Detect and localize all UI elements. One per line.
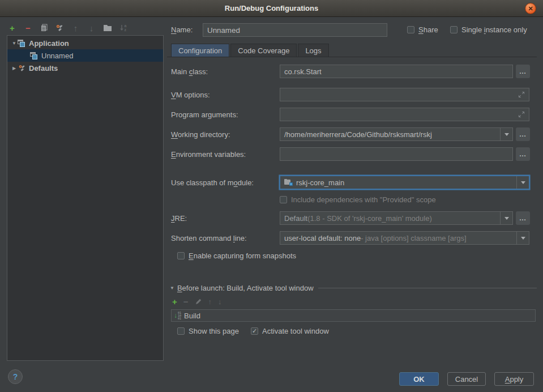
tab-logs[interactable]: Logs — [298, 44, 328, 57]
program-arguments-label: Program arguments: — [171, 110, 238, 119]
name-label: Name: — [171, 25, 193, 34]
activate-tool-window-checkbox[interactable]: ✓ Activate tool window — [251, 327, 329, 335]
main-class-field[interactable]: co.rsk.Start — [280, 65, 513, 78]
capture-snapshots-checkbox[interactable]: Enable capturing form snapshots — [177, 252, 296, 260]
tree-item-label: Defaults — [29, 64, 58, 73]
program-arguments-field[interactable] — [280, 108, 529, 121]
configurations-tree: ▼ Application Unnamed ▶ Defaults — [7, 35, 164, 361]
tab-code-coverage[interactable]: Code Coverage — [230, 44, 297, 57]
apply-button[interactable]: Apply — [494, 372, 534, 386]
checkbox-box[interactable] — [177, 252, 185, 259]
single-instance-checkbox[interactable]: Single instance only — [450, 25, 527, 34]
checkbox-box[interactable] — [177, 327, 185, 335]
name-input[interactable] — [203, 23, 387, 37]
build-icon: ↓ 011001 — [174, 312, 181, 320]
tree-collapsed-icon[interactable]: ▶ — [11, 66, 18, 71]
jre-browse-button[interactable]: ... — [516, 211, 530, 225]
share-checkbox[interactable]: Share — [407, 25, 438, 34]
copy-configuration-icon[interactable] — [39, 23, 49, 33]
share-label: Share — [418, 25, 438, 34]
application-config-icon — [30, 52, 39, 60]
expand-field-icon[interactable] — [518, 91, 525, 98]
environment-variables-label: Environment variables: — [171, 150, 246, 159]
capture-snapshots-label: Enable capturing form snapshots — [189, 252, 296, 260]
move-up-icon[interactable]: ↑ — [70, 23, 81, 33]
classpath-module-combo[interactable]: rskj-core_main — [280, 176, 529, 189]
include-provided-checkbox[interactable]: Include dependencies with "Provided" sco… — [280, 195, 436, 204]
tab-bar: Configuration Code Coverage Logs — [171, 44, 329, 57]
jre-label: JRE: — [171, 214, 187, 223]
tab-divider — [167, 57, 537, 57]
add-task-icon[interactable]: + — [172, 297, 177, 306]
dropdown-arrow-icon[interactable] — [516, 232, 529, 244]
jre-combo[interactable]: Default (1.8 - SDK of 'rskj-core_main' m… — [280, 211, 513, 225]
dropdown-arrow-icon[interactable] — [500, 128, 512, 140]
question-icon: ? — [13, 372, 18, 381]
before-launch-section-header[interactable]: ▼ Before launch: Build, Activate tool wi… — [170, 284, 537, 292]
window-title: Run/Debug Configurations — [225, 4, 318, 12]
tree-item-unnamed[interactable]: Unnamed — [7, 49, 163, 62]
remove-task-icon[interactable]: − — [183, 297, 189, 306]
tab-configuration[interactable]: Configuration — [171, 44, 229, 57]
activate-tool-window-label: Activate tool window — [262, 327, 329, 335]
close-icon[interactable]: ✕ — [525, 3, 536, 14]
working-directory-browse-button[interactable]: ... — [516, 127, 530, 141]
single-instance-label: Single instance only — [461, 25, 527, 34]
run-debug-configurations-dialog: Run/Debug Configurations ✕ + − ↑ ↓ — [0, 0, 543, 392]
working-directory-combo[interactable]: /home/meriherrera/Code/Github/rsksmart/r… — [280, 127, 513, 141]
task-move-down-icon[interactable]: ↓ — [218, 297, 222, 306]
show-this-page-checkbox[interactable]: Show this page — [177, 327, 239, 335]
checkbox-box-checked[interactable]: ✓ — [251, 327, 258, 335]
main-class-label: Main class: — [171, 67, 208, 76]
edit-task-icon[interactable] — [195, 298, 202, 305]
environment-variables-browse-button[interactable]: ... — [516, 147, 530, 161]
shorten-command-line-label: Shorten command line: — [171, 234, 247, 242]
move-down-icon[interactable]: ↓ — [86, 23, 97, 33]
expand-field-icon[interactable] — [518, 111, 525, 118]
build-task-label: Build — [184, 312, 200, 320]
edit-templates-icon[interactable] — [54, 23, 65, 33]
before-launch-label: Before launch: Build, Activate tool wind… — [177, 284, 314, 292]
tree-item-defaults[interactable]: ▶ Defaults — [7, 62, 163, 74]
checkbox-box[interactable] — [450, 26, 458, 33]
include-provided-label: Include dependencies with "Provided" sco… — [291, 195, 436, 204]
checkbox-box[interactable] — [407, 26, 414, 33]
cancel-button[interactable]: Cancel — [447, 372, 486, 386]
vm-options-label: VM options: — [171, 91, 210, 99]
checkbox-box[interactable] — [280, 196, 287, 203]
section-collapse-icon[interactable]: ▼ — [170, 286, 174, 291]
classpath-module-label: Use classpath of module: — [171, 178, 254, 187]
dropdown-arrow-icon[interactable] — [500, 212, 512, 224]
build-task-row[interactable]: ↓ 011001 Build — [171, 309, 536, 322]
sort-configurations-icon[interactable]: a z — [118, 23, 129, 33]
ok-button[interactable]: OK — [399, 372, 439, 386]
tree-expanded-icon[interactable]: ▼ — [11, 41, 18, 46]
before-launch-toolbar: + − ↑ ↓ — [172, 297, 222, 306]
svg-text:a: a — [124, 24, 126, 28]
task-move-up-icon[interactable]: ↑ — [208, 297, 212, 306]
application-type-icon — [18, 39, 27, 48]
titlebar: Run/Debug Configurations ✕ — [0, 0, 543, 17]
svg-text:z: z — [124, 28, 126, 32]
add-configuration-icon[interactable]: + — [7, 23, 18, 33]
module-icon — [284, 179, 293, 186]
shorten-command-line-combo[interactable]: user-local default: none - java [options… — [280, 231, 529, 245]
tree-item-label: Unnamed — [41, 52, 73, 60]
environment-variables-field[interactable] — [280, 147, 513, 161]
vm-options-field[interactable] — [280, 88, 529, 101]
tree-item-label: Application — [29, 39, 69, 48]
configurations-toolbar: + − ↑ ↓ — [7, 22, 129, 34]
main-class-browse-button[interactable]: ... — [516, 65, 530, 78]
dropdown-arrow-icon[interactable] — [516, 176, 529, 189]
new-folder-icon[interactable] — [102, 23, 113, 33]
defaults-wrench-icon — [18, 63, 27, 73]
working-directory-label: Working directory: — [171, 130, 230, 139]
help-button[interactable]: ? — [8, 369, 23, 384]
section-separator — [318, 288, 537, 288]
show-this-page-label: Show this page — [189, 327, 239, 335]
tree-item-application[interactable]: ▼ Application — [7, 37, 163, 49]
remove-configuration-icon[interactable]: − — [23, 23, 33, 33]
